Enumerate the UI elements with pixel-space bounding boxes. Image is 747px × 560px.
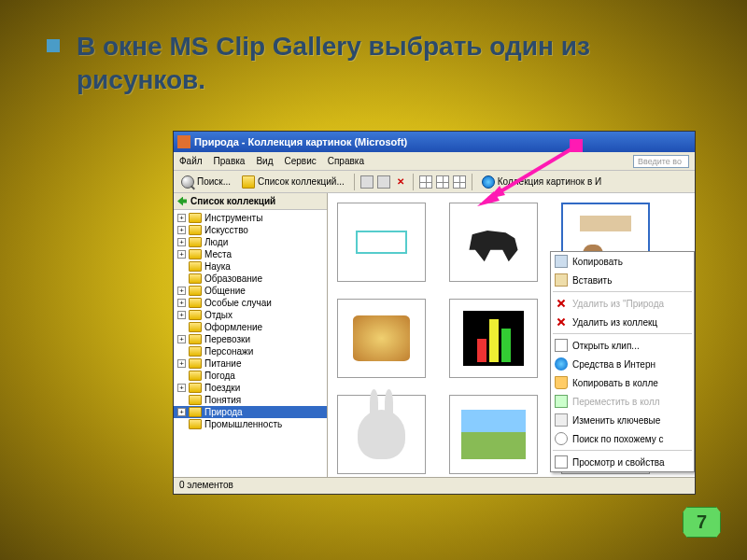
expand-icon[interactable]: +: [177, 384, 186, 392]
collections-list-button[interactable]: Список коллекций...: [238, 174, 348, 190]
tree-item[interactable]: Образование: [174, 273, 327, 285]
tree-item-label: Отдых: [204, 310, 233, 320]
clipart-cow: [463, 223, 524, 262]
thumbnail-item[interactable]: [337, 299, 426, 378]
tree-item-label: Оформление: [204, 322, 262, 332]
tree-item[interactable]: +Поездки: [174, 382, 327, 394]
bullet-icon: [47, 39, 60, 52]
copy-icon[interactable]: [377, 175, 390, 189]
tree-item[interactable]: +Природа: [174, 406, 327, 418]
menu-help[interactable]: Справка: [328, 156, 364, 166]
expand-icon[interactable]: +: [177, 359, 186, 368]
context-menu-item[interactable]: Средства в Интерн: [551, 355, 694, 373]
context-menu-item[interactable]: Поиск по похожему с: [551, 429, 694, 448]
context-menu-item[interactable]: Вставить: [551, 271, 694, 289]
tree-item-label: Погода: [204, 371, 235, 381]
thumbnail-item[interactable]: [449, 203, 538, 282]
tree-item[interactable]: +Питание: [174, 357, 327, 370]
sidebar-header: Список коллекций: [174, 193, 327, 210]
delete-icon[interactable]: ✕: [394, 175, 407, 189]
paste-icon[interactable]: [360, 175, 374, 189]
context-menu-item[interactable]: Копировать в колле: [551, 373, 694, 392]
titlebar[interactable]: Природа - Коллекция картинок (Microsoft): [174, 132, 695, 152]
context-menu-label: Переместить в колл: [572, 397, 660, 407]
tree-item[interactable]: Понятия: [174, 394, 327, 406]
folder-icon: [189, 273, 202, 284]
expand-icon[interactable]: +: [177, 408, 186, 416]
tree-item[interactable]: +Люди: [174, 236, 327, 248]
clips-online-button[interactable]: Коллекция картинок в И: [478, 174, 605, 190]
ci-copy-icon: [555, 255, 568, 268]
collections-label: Список коллекций...: [258, 176, 345, 187]
tree-item[interactable]: +Места: [174, 248, 327, 260]
clipart-rabbit: [358, 410, 405, 460]
slide-heading-row: В окне MS Clip Gallery выбрать один из р…: [0, 0, 747, 107]
tree-item-label: Люди: [204, 237, 228, 247]
context-menu-item: Удалить из "Природа: [551, 294, 694, 313]
tree-item[interactable]: Оформление: [174, 321, 327, 333]
expand-icon[interactable]: +: [177, 299, 186, 307]
ci-move-icon: [555, 395, 568, 408]
folder-icon: [189, 407, 202, 417]
tree-item[interactable]: +Искусство: [174, 224, 327, 236]
list-view-icon[interactable]: [436, 175, 449, 189]
folder-icon: [189, 249, 202, 259]
menubar: Файл Правка Вид Сервис Справка Введите в…: [174, 152, 695, 171]
back-arrow-icon[interactable]: [177, 197, 187, 206]
tree-item[interactable]: +Перевозки: [174, 333, 327, 345]
folder-icon: [189, 286, 202, 296]
folder-icon: [189, 261, 202, 272]
tree-item[interactable]: Погода: [174, 370, 327, 382]
search-button[interactable]: Поиск...: [177, 174, 234, 190]
sidebar-title: Список коллекций: [190, 196, 275, 206]
tree-item[interactable]: +Особые случаи: [174, 297, 327, 309]
tree-item[interactable]: Персонажи: [174, 345, 327, 357]
expand-icon: [177, 371, 186, 380]
folder-icon: [189, 371, 202, 381]
expand-icon[interactable]: +: [177, 214, 186, 222]
context-menu-item[interactable]: Копировать: [551, 252, 694, 271]
window-title: Природа - Коллекция картинок (Microsoft): [194, 136, 407, 147]
ci-search-icon: [555, 432, 568, 445]
tree-item[interactable]: +Инструменты: [174, 212, 327, 224]
context-menu-item[interactable]: Удалить из коллекц: [551, 313, 694, 331]
tree-item-label: Особые случаи: [204, 298, 272, 308]
tree-item[interactable]: +Отдых: [174, 309, 327, 321]
expand-icon[interactable]: +: [177, 335, 186, 343]
help-search-input[interactable]: Введите во: [633, 155, 689, 168]
expand-icon: [177, 396, 186, 404]
expand-icon[interactable]: +: [177, 226, 186, 234]
tree-item[interactable]: Промышленность: [174, 418, 327, 430]
folder-icon: [189, 213, 202, 223]
context-menu-label: Копировать в колле: [572, 378, 658, 388]
ci-basket-icon: [555, 376, 568, 389]
menu-edit[interactable]: Правка: [214, 156, 246, 166]
globe-icon: [482, 175, 495, 189]
context-menu-item[interactable]: Открыть клип...: [551, 336, 694, 355]
thumbnails-view-icon[interactable]: [419, 175, 432, 189]
ci-open-icon: [555, 339, 568, 352]
expand-icon: [177, 347, 186, 356]
expand-icon[interactable]: +: [177, 287, 186, 295]
context-menu-label: Вставить: [572, 275, 612, 286]
thumbnail-item[interactable]: [449, 395, 538, 474]
expand-icon[interactable]: +: [177, 311, 186, 319]
collection-tree[interactable]: +Инструменты+Искусство+Люди+МестаНаукаОб…: [174, 210, 327, 477]
ci-paste-icon: [555, 273, 568, 287]
ci-del-icon: [555, 315, 568, 329]
thumbnail-item[interactable]: [337, 203, 426, 282]
thumbnail-item[interactable]: [337, 395, 426, 474]
clips-online-label: Коллекция картинок в И: [498, 176, 601, 187]
expand-icon[interactable]: +: [177, 238, 186, 246]
thumbnail-item[interactable]: [449, 299, 538, 378]
details-view-icon[interactable]: [453, 175, 466, 189]
menu-view[interactable]: Вид: [256, 156, 273, 166]
tree-item[interactable]: +Общение: [174, 285, 327, 297]
context-menu-item[interactable]: Изменить ключевые: [551, 411, 694, 429]
context-menu-item[interactable]: Просмотр и свойства: [551, 453, 694, 471]
expand-icon[interactable]: +: [177, 250, 186, 259]
menu-file[interactable]: Файл: [179, 156, 203, 166]
app-icon: [177, 135, 190, 148]
menu-tools[interactable]: Сервис: [284, 156, 316, 166]
tree-item[interactable]: Наука: [174, 260, 327, 273]
